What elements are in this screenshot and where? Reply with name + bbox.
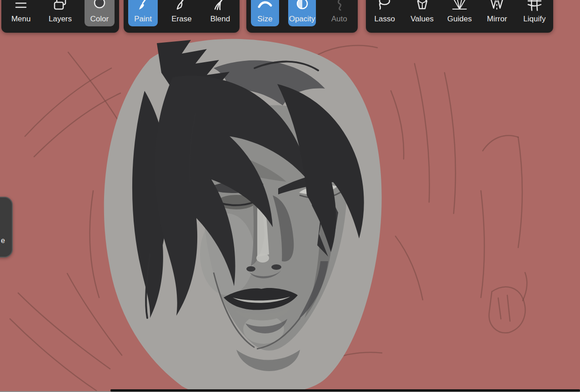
toolbar-button-guides[interactable]: Guides	[441, 0, 478, 33]
mirror-icon	[489, 0, 505, 12]
guides-icon	[451, 0, 468, 12]
layers-icon	[52, 0, 68, 12]
toolbar-button-label: Guides	[447, 15, 472, 24]
toolbar-button-opacity[interactable]: Opacity	[284, 0, 321, 33]
toolbar-button-label: Blend	[210, 15, 230, 24]
toolbar-group-main: Menu Layers Color	[1, 0, 119, 33]
eraser-icon	[174, 0, 190, 12]
toolbar-button-label: Opacity	[289, 15, 315, 24]
color-icon	[91, 0, 108, 12]
toolbar-button-layers[interactable]: Layers	[40, 0, 80, 33]
toolbar-button-erase[interactable]: Erase	[162, 0, 201, 33]
toolbar-button-label: Menu	[11, 15, 31, 24]
values-gem-icon	[414, 0, 430, 12]
toolbar-button-paint[interactable]: Paint	[124, 0, 162, 33]
toolbar-group-tools: Paint Erase Blend	[124, 0, 240, 33]
side-panel-handle-label: e	[1, 237, 5, 245]
stroke-size-icon	[257, 0, 273, 12]
toolbar-button-label: Size	[257, 15, 272, 24]
toolbar-group-brush-settings: Size Opacity Auto	[246, 0, 358, 33]
liquify-icon	[526, 0, 543, 12]
painting-canvas[interactable]	[0, 0, 580, 392]
toolbar-button-values[interactable]: Values	[403, 0, 440, 33]
portrait-painting	[0, 0, 580, 392]
toolbar-button-liquify[interactable]: Liquify	[516, 0, 553, 33]
lasso-icon	[376, 0, 393, 12]
toolbar-button-size[interactable]: Size	[246, 0, 284, 33]
toolbar-button-label: Erase	[171, 15, 191, 24]
menu-icon	[13, 0, 29, 12]
paint-brush-icon	[135, 0, 151, 12]
toolbar-button-label: Layers	[49, 15, 72, 24]
toolbar-button-label: Liquify	[523, 15, 545, 24]
side-panel-handle[interactable]: e	[0, 197, 13, 258]
toolbar-group-utilities: Lasso Values Guides Mirror	[366, 0, 553, 33]
toolbar-button-color[interactable]: Color	[80, 0, 119, 33]
toolbar-button-label: Lasso	[375, 15, 395, 24]
toolbar-button-auto[interactable]: Auto	[320, 0, 358, 33]
toolbar-button-label: Color	[90, 15, 109, 24]
toolbar-button-lasso[interactable]: Lasso	[366, 0, 403, 33]
toolbar-button-label: Auto	[331, 15, 347, 24]
bottom-scrollbar[interactable]	[110, 389, 580, 392]
toolbar-button-label: Paint	[134, 15, 152, 24]
toolbar-button-blend[interactable]: Blend	[201, 0, 240, 33]
opacity-icon	[294, 0, 310, 12]
toolbar-button-menu[interactable]: Menu	[1, 0, 40, 33]
app-screen: Menu Layers Color Paint	[0, 0, 580, 392]
toolbar-button-label: Mirror	[487, 15, 507, 24]
toolbar-button-label: Values	[410, 15, 434, 24]
auto-stroke-icon	[331, 0, 347, 12]
blend-brush-icon	[212, 0, 229, 12]
toolbar-button-mirror[interactable]: Mirror	[478, 0, 515, 33]
